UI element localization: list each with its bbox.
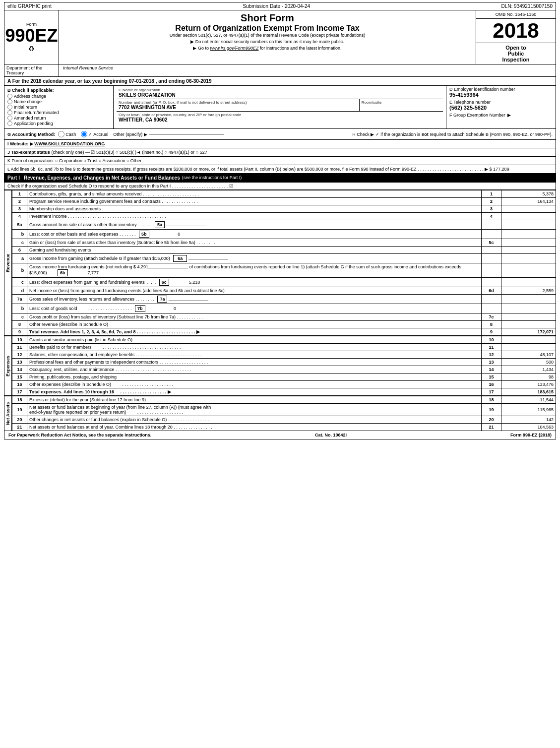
col-letter-10: 10 bbox=[482, 336, 501, 344]
submission-date: Submission Date - 2020-04-24 bbox=[243, 3, 310, 9]
row-num-8: 8 bbox=[12, 321, 27, 328]
row-num-13: 13 bbox=[12, 359, 27, 366]
row-desc-2: Program service revenue including govern… bbox=[27, 198, 482, 205]
public-label: Public bbox=[479, 51, 553, 57]
radio-accrual[interactable] bbox=[81, 131, 87, 137]
check-section: B Check if applicable: Address change Na… bbox=[4, 86, 556, 129]
table-row: 8 Other revenue (describe in Schedule O)… bbox=[12, 321, 556, 328]
col-value-10 bbox=[501, 336, 556, 344]
org-name-field: C Name of organization SKILLS ORGANIZATI… bbox=[117, 87, 443, 99]
footer-center: Cat. No. 10642I bbox=[315, 433, 347, 437]
address-label: Number and street (or P. O. box, if mail… bbox=[119, 100, 357, 105]
row-desc-7c: Gross profit or (loss) from sales of inv… bbox=[27, 313, 482, 321]
acct-cash: Cash bbox=[58, 131, 76, 137]
row-num-6d: d bbox=[12, 287, 27, 295]
row-desc-5b: Less: cost or other basis and sales expe… bbox=[27, 230, 482, 239]
dept-row: Department of the Treasury Internal Reve… bbox=[4, 64, 556, 77]
c-label: C Name of organization bbox=[119, 88, 441, 92]
year-box: 2018 bbox=[476, 19, 556, 43]
city-row: City or town, state or province, country… bbox=[117, 112, 443, 124]
accounting-row: G Accounting Method: Cash ✓ Accrual Othe… bbox=[4, 129, 556, 140]
col-value-20: 142 bbox=[501, 416, 556, 424]
col-value-5b bbox=[501, 230, 556, 239]
table-row: c Less: direct expenses from gaming and … bbox=[12, 278, 556, 287]
col-value-6c bbox=[501, 278, 556, 287]
row-desc-6a: Gross income from gaming (attach Schedul… bbox=[27, 254, 482, 263]
omb-box: OMB No. 1545-1150 bbox=[476, 10, 556, 19]
center-header: Short Form Return of Organization Exempt… bbox=[59, 10, 476, 64]
check-label: B Check if applicable: bbox=[7, 88, 110, 93]
short-form-title: Short Form bbox=[63, 12, 472, 24]
col-letter-20: 20 bbox=[482, 416, 501, 424]
d-label: D Employer identification number bbox=[449, 87, 553, 92]
table-row: c Gain or (loss) from sale of assets oth… bbox=[12, 239, 556, 247]
radio-initial-return[interactable] bbox=[7, 105, 12, 110]
radio-final-return[interactable] bbox=[7, 110, 12, 115]
revenue-table: 1 Contributions, gifts, grants, and simi… bbox=[12, 190, 556, 336]
form-990ez: 990EZ bbox=[5, 27, 58, 45]
g-label: G Accounting Method: bbox=[7, 132, 55, 137]
col-letter-15: 15 bbox=[482, 374, 501, 381]
go-to: ▶ Go to www.irs.gov/Form990EZ for instru… bbox=[63, 46, 472, 51]
col-value-12: 48,107 bbox=[501, 351, 556, 359]
col-value-5c bbox=[501, 239, 556, 247]
row-desc-6d: Net income or (loss) from gaming and fun… bbox=[27, 287, 482, 295]
col-value-17: 183,615 bbox=[501, 388, 556, 396]
radio-amended-return[interactable] bbox=[7, 116, 12, 121]
row-desc-9: Total revenue. Add lines 1, 2, 3, 4, 5c,… bbox=[27, 328, 482, 336]
radio-name-change[interactable] bbox=[7, 99, 12, 104]
row-desc-18: Excess or (deficit) for the year (Subtra… bbox=[27, 396, 482, 404]
h-label: H Check ▶ bbox=[352, 132, 374, 137]
part-i-header: Part I Revenue, Expenses, and Changes in… bbox=[4, 174, 556, 183]
top-bar: efile GRAPHIC print Submission Date - 20… bbox=[4, 2, 556, 10]
table-row: 20 Other changes in net assets or fund b… bbox=[12, 416, 556, 424]
col-letter-5c: 5c bbox=[482, 239, 501, 247]
row-desc-20: Other changes in net assets or fund bala… bbox=[27, 416, 482, 424]
row-desc-13: Professional fees and other payments to … bbox=[27, 359, 482, 366]
col-letter-19: 19 bbox=[482, 404, 501, 416]
row-desc-5c: Gain or (loss) from sale of assets other… bbox=[27, 239, 482, 247]
col-value-3 bbox=[501, 205, 556, 213]
part-i-check-line: Check if the organization used Schedule … bbox=[4, 183, 556, 190]
l-row-text: L Add lines 5b, 6c, and 7b to line 9 to … bbox=[7, 167, 509, 172]
col-letter-14: 14 bbox=[482, 366, 501, 374]
row-num-6c: c bbox=[12, 278, 27, 287]
tax-status-row: J Tax-exempt status (check only one) — ☑… bbox=[4, 148, 556, 157]
row-num-11: 11 bbox=[12, 344, 27, 351]
col-value-1: 5,378 bbox=[501, 190, 556, 198]
radio-address-change[interactable] bbox=[7, 94, 12, 99]
city-label: City or town, state or province, country… bbox=[119, 113, 441, 117]
col-letter-3: 3 bbox=[482, 205, 501, 213]
row-desc-21: Net assets or fund balances at end of ye… bbox=[27, 424, 482, 431]
row-desc-3: Membership dues and assessments . . . . … bbox=[27, 205, 482, 213]
col-value-11 bbox=[501, 344, 556, 351]
table-row: 7a Gross sales of inventory, less return… bbox=[12, 295, 556, 304]
efile-label: efile GRAPHIC print bbox=[7, 3, 52, 9]
status-4947: ○ 4947(a)(1) or bbox=[165, 150, 196, 155]
do-not-enter: ▶ Do not enter social security numbers o… bbox=[63, 39, 472, 44]
website-row: I Website: ▶ WWW.SKILLSFOUNDATION.ORG bbox=[4, 140, 556, 148]
table-row: 3 Membership dues and assessments . . . … bbox=[12, 205, 556, 213]
row-desc-6c: Less: direct expenses from gaming and fu… bbox=[27, 278, 482, 287]
col-letter-21: 21 bbox=[482, 424, 501, 431]
form-number-box: Form 990EZ ♻ bbox=[4, 10, 59, 64]
j-label: J Tax-exempt status bbox=[7, 150, 50, 155]
col-value-6b bbox=[501, 263, 556, 278]
row-desc-14: Occupancy, rent, utilities, and maintena… bbox=[27, 366, 482, 374]
status-501c: ○ 501(c)( )◄ (insert no.) bbox=[116, 150, 165, 155]
row-num-3: 3 bbox=[12, 205, 27, 213]
right-header: OMB No. 1545-1150 2018 Open to Public In… bbox=[476, 10, 556, 64]
row-num-5c: c bbox=[12, 239, 27, 247]
col-letter-5b bbox=[482, 230, 501, 239]
table-row: b Less: cost or other basis and sales ex… bbox=[12, 230, 556, 239]
row-desc-19: Net assets or fund balances at beginning… bbox=[27, 404, 482, 416]
radio-cash[interactable] bbox=[58, 131, 64, 137]
page: efile GRAPHIC print Submission Date - 20… bbox=[0, 0, 560, 441]
row-num-7c: c bbox=[12, 313, 27, 321]
col-letter-7c: 7c bbox=[482, 313, 501, 321]
col-value-19: 115,965 bbox=[501, 404, 556, 416]
net-assets-section: Net Assets 18 Excess or (deficit) for th… bbox=[4, 396, 556, 431]
row-num-6a: a bbox=[12, 254, 27, 263]
table-row: 5a Gross amount from sale of assets othe… bbox=[12, 220, 556, 230]
radio-application-pending[interactable] bbox=[7, 121, 12, 126]
